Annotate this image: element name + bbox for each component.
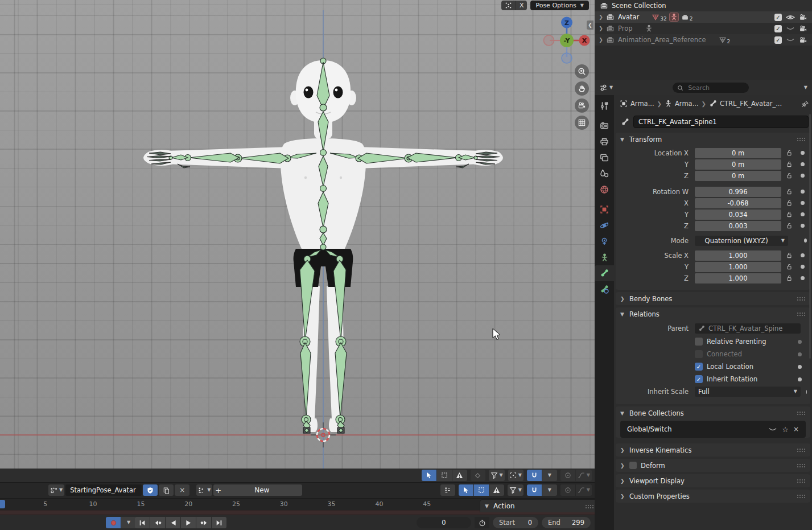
- navigation-gizmo[interactable]: Z -Y X: [542, 16, 591, 65]
- drag-grip-icon[interactable]: [797, 411, 806, 415]
- outliner-row-prop[interactable]: ❯ Prop ✓: [595, 23, 812, 34]
- tab-physics[interactable]: [595, 217, 614, 233]
- panel-deform-header[interactable]: ❯ Deform: [616, 459, 810, 472]
- tab-tool[interactable]: [595, 98, 614, 114]
- action-channel-panel[interactable]: ▼ Action: [480, 499, 599, 512]
- search-input[interactable]: [687, 84, 735, 92]
- animate-decorator[interactable]: [801, 190, 805, 194]
- scale-y-field[interactable]: 1.000: [695, 262, 781, 272]
- auto-keying-button[interactable]: [106, 517, 121, 528]
- lock-icon[interactable]: [784, 172, 795, 179]
- use-preview-range-button[interactable]: [475, 517, 489, 528]
- tab-object-constraints[interactable]: [595, 233, 614, 249]
- pose-mode-icon-button[interactable]: [501, 1, 516, 10]
- drag-grip-icon[interactable]: [797, 137, 806, 141]
- filter-button[interactable]: ▼: [489, 470, 505, 481]
- lock-icon[interactable]: [784, 263, 795, 270]
- gizmo-negz-axis[interactable]: [562, 53, 572, 63]
- tab-bone[interactable]: [595, 265, 614, 281]
- animate-decorator[interactable]: [804, 239, 807, 243]
- tab-object[interactable]: [595, 202, 614, 217]
- bone-collection-name[interactable]: Global/Switch: [627, 425, 672, 433]
- tab-output[interactable]: [595, 134, 614, 150]
- eye-closed-icon[interactable]: [786, 36, 795, 44]
- pin-icon[interactable]: [801, 100, 809, 108]
- drag-grip-icon[interactable]: [797, 494, 806, 498]
- pose-options-dropdown[interactable]: Pose Options ▼: [530, 1, 589, 10]
- crumb-armature[interactable]: Arma...: [675, 100, 699, 108]
- frame-start-field[interactable]: Start 0: [493, 517, 538, 528]
- panel-bone-collections-header[interactable]: ▼ Bone Collections: [616, 406, 810, 420]
- proportional-edit-button[interactable]: [560, 484, 575, 496]
- scale-z-field[interactable]: 1.000: [695, 273, 781, 284]
- expand-chevron-icon[interactable]: ❯: [598, 26, 604, 31]
- animate-decorator[interactable]: [798, 365, 802, 369]
- snapping-button[interactable]: [527, 470, 542, 481]
- panel-viewport-display-header[interactable]: ❯ Viewport Display: [616, 474, 810, 487]
- filter-button[interactable]: ▼: [508, 484, 524, 496]
- lock-icon[interactable]: [784, 274, 795, 282]
- snapping-options-button[interactable]: ▼: [542, 484, 557, 496]
- panel-relations-header[interactable]: ▼ Relations: [616, 307, 810, 321]
- location-y-field[interactable]: 0 m: [695, 159, 781, 170]
- auto-keying-options-button[interactable]: ▼: [121, 517, 136, 528]
- lock-icon[interactable]: [784, 211, 795, 218]
- snapping-options-button[interactable]: ▼: [542, 470, 557, 481]
- prev-keyframe-button[interactable]: [150, 517, 165, 528]
- deform-checkbox[interactable]: [629, 462, 637, 469]
- channel-layers-button[interactable]: [440, 484, 455, 496]
- play-button[interactable]: [181, 517, 196, 528]
- exclude-checkbox[interactable]: ✓: [774, 36, 782, 44]
- camera-view-button[interactable]: [575, 98, 589, 113]
- drag-grip-icon[interactable]: [585, 504, 594, 508]
- show-errors-button[interactable]: [452, 470, 467, 481]
- rotation-mode-dropdown[interactable]: Quaternion (WXYZ)▼: [695, 236, 788, 246]
- jump-to-end-button[interactable]: [212, 517, 226, 528]
- action-name-field[interactable]: [65, 484, 142, 496]
- eye-closed-icon[interactable]: [786, 25, 795, 32]
- rotation-w-field[interactable]: 0.996: [695, 187, 781, 197]
- unassign-x-icon[interactable]: ×: [793, 425, 799, 433]
- animate-decorator[interactable]: [806, 390, 807, 394]
- duplicate-action-button[interactable]: [159, 484, 174, 496]
- inherit-rotation-checkbox[interactable]: ✓: [695, 375, 703, 383]
- tab-view-layer[interactable]: [595, 150, 614, 166]
- lock-icon[interactable]: [784, 222, 795, 229]
- relative-parenting-checkbox[interactable]: [695, 338, 703, 346]
- properties-scrollbar[interactable]: [809, 114, 811, 359]
- animate-decorator[interactable]: [798, 377, 802, 381]
- crumb-object[interactable]: Arma...: [630, 100, 654, 108]
- location-z-field[interactable]: 0 m: [695, 171, 781, 181]
- outliner-row-avatar[interactable]: ❯ Avatar 32 2 ✓: [595, 11, 812, 23]
- editor-type-button[interactable]: ▼: [599, 84, 613, 92]
- expand-chevron-icon[interactable]: ❯: [598, 14, 604, 20]
- drag-grip-icon[interactable]: [797, 463, 806, 467]
- eye-closed-icon[interactable]: [768, 426, 777, 433]
- inherit-scale-dropdown[interactable]: Full ▼: [695, 387, 801, 397]
- animate-decorator[interactable]: [801, 253, 805, 257]
- panel-bendy-bones-header[interactable]: ❯ Bendy Bones: [616, 292, 810, 305]
- only-selected-button[interactable]: [459, 484, 473, 496]
- connected-checkbox[interactable]: [695, 350, 703, 358]
- drag-grip-icon[interactable]: [797, 479, 806, 483]
- rotation-y-field[interactable]: 0.034: [695, 209, 781, 220]
- keyframe-type-button[interactable]: [471, 470, 485, 481]
- expand-chevron-icon[interactable]: ❯: [598, 37, 604, 43]
- tab-world[interactable]: [595, 182, 614, 198]
- fake-user-shield-button[interactable]: [143, 484, 158, 496]
- solo-star-icon[interactable]: ☆: [782, 425, 789, 434]
- show-hidden-button[interactable]: [474, 484, 489, 496]
- unlink-action-button[interactable]: ×: [175, 484, 189, 496]
- location-x-field[interactable]: 0 m: [695, 148, 781, 158]
- exclude-checkbox[interactable]: ✓: [774, 14, 782, 21]
- animate-decorator[interactable]: [801, 276, 805, 280]
- parent-bone-field[interactable]: CTRL_FK_Avatar_Spine: [695, 323, 801, 334]
- play-reverse-button[interactable]: [166, 517, 180, 528]
- rotation-x-field[interactable]: -0.068: [695, 198, 781, 208]
- current-frame-marker[interactable]: [0, 500, 5, 508]
- lock-icon[interactable]: [784, 161, 795, 168]
- lock-icon[interactable]: [784, 149, 795, 157]
- animate-decorator[interactable]: [801, 162, 805, 166]
- zoom-button[interactable]: [575, 64, 589, 79]
- tab-render[interactable]: [595, 118, 614, 134]
